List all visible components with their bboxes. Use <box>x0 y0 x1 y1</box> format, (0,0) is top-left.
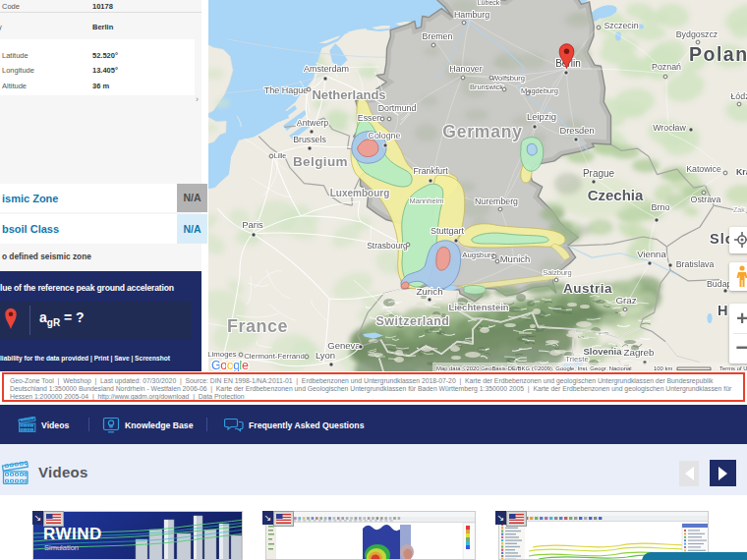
svg-text:Lyon: Lyon <box>316 350 335 361</box>
svg-text:Dresden: Dresden <box>559 126 594 136</box>
svg-text:Bydgoszcz: Bydgoszcz <box>676 29 718 39</box>
svg-text:Brno: Brno <box>651 202 669 212</box>
svg-text:Hanover: Hanover <box>449 64 482 74</box>
svg-text:Cologne: Cologne <box>369 131 401 140</box>
svg-text:Simulation: Simulation <box>44 543 79 552</box>
svg-text:Szczecin: Szczecin <box>603 21 638 30</box>
svg-text:Poznań: Poznań <box>652 62 681 72</box>
svg-text:Augsburg: Augsburg <box>462 251 494 259</box>
svg-text:Amsterdam: Amsterdam <box>304 64 349 74</box>
svg-text:Wolfsburg: Wolfsburg <box>491 74 525 83</box>
svg-text:Austria: Austria <box>563 281 612 296</box>
svg-text:Belgium: Belgium <box>293 154 348 169</box>
svg-text:Bremen: Bremen <box>423 31 453 41</box>
svg-text:Strasbourg: Strasbourg <box>367 241 408 251</box>
svg-text:The Hague: The Hague <box>264 85 309 95</box>
svg-text:Brunswick: Brunswick <box>470 83 503 91</box>
svg-text:Wrocław: Wrocław <box>653 123 686 133</box>
svg-text:Paris: Paris <box>242 219 263 230</box>
svg-text:Liechtenstein: Liechtenstein <box>448 302 508 312</box>
svg-text:Google: Google <box>211 359 249 371</box>
svg-text:Switzerland: Switzerland <box>376 314 450 328</box>
svg-text:Stuttgart: Stuttgart <box>431 226 465 236</box>
svg-text:Salzburg: Salzburg <box>543 268 572 277</box>
svg-text:Germany: Germany <box>442 122 522 141</box>
svg-text:Łódź: Łódź <box>730 91 747 101</box>
svg-text:Bratislava: Bratislava <box>676 259 715 269</box>
svg-text:Katowice: Katowice <box>686 164 721 174</box>
svg-text:100 km: 100 km <box>654 365 672 371</box>
svg-text:Zagreb: Zagreb <box>623 347 655 358</box>
svg-text:Antwerp: Antwerp <box>297 118 328 128</box>
svg-text:Terms of Use: Terms of Use <box>719 365 747 371</box>
svg-text:Frankfurt: Frankfurt <box>413 166 448 176</box>
svg-text:Luxembourg: Luxembourg <box>330 188 390 198</box>
svg-text:Hamburg: Hamburg <box>454 10 489 20</box>
svg-text:Lille: Lille <box>274 152 287 159</box>
svg-text:Leipzig: Leipzig <box>527 111 556 122</box>
svg-text:Prague: Prague <box>583 168 615 179</box>
svg-text:Vienna: Vienna <box>637 249 666 259</box>
svg-text:Dortmund: Dortmund <box>378 103 417 113</box>
svg-text:Brussels: Brussels <box>293 135 326 144</box>
svg-text:Netherlands: Netherlands <box>312 87 385 102</box>
svg-text:Limoges: Limoges <box>208 350 237 359</box>
svg-text:Czechia: Czechia <box>588 187 644 203</box>
svg-text:Nuremberg: Nuremberg <box>475 196 518 206</box>
svg-text:Mannheim: Mannheim <box>409 196 443 205</box>
svg-text:Zak: Zak <box>733 206 745 213</box>
svg-text:Trieste: Trieste <box>565 355 589 364</box>
svg-text:Kraków: Kraków <box>736 167 747 177</box>
svg-text:France: France <box>227 316 288 336</box>
svg-text:Ostrava: Ostrava <box>691 195 721 204</box>
svg-text:Zurich: Zurich <box>416 286 442 297</box>
svg-text:Slovenia: Slovenia <box>583 346 622 357</box>
svg-text:RWIND: RWIND <box>43 525 102 543</box>
svg-text:Graz: Graz <box>615 295 636 306</box>
svg-text:Map data ©2020 GeoBasis-DE/BKG: Map data ©2020 GeoBasis-DE/BKG (©2009), … <box>436 365 632 371</box>
svg-text:Poland: Poland <box>689 43 747 65</box>
svg-text:Munich: Munich <box>500 253 531 264</box>
svg-text:Essen: Essen <box>358 113 382 123</box>
svg-text:Clermont-Ferrand: Clermont-Ferrand <box>244 352 305 361</box>
svg-text:Lübeck: Lübeck <box>478 0 500 6</box>
